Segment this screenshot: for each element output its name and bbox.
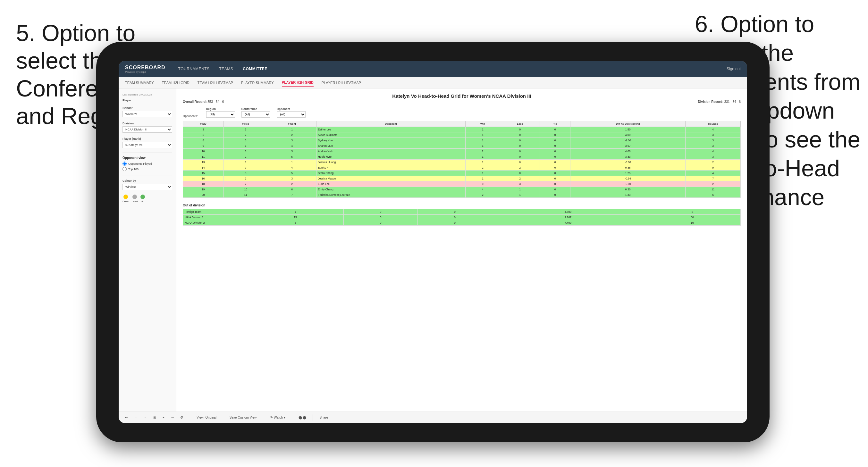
table-row: 15 8 5 Stella Cheng 1 0 0 1.25 4	[183, 170, 741, 176]
table-row: 16 2 3 Jessica Mason 1 2 0 -0.94 7	[183, 176, 741, 181]
table-row: 20 11 7 Federica Domecq Lacroze 2 1 0 1.…	[183, 192, 741, 198]
out-division-body: Foreign Team 1 0 0 4.500 2 NAIA Division…	[183, 209, 741, 226]
records-row: Overall Record: 353 - 34 - 6 Division Re…	[183, 100, 741, 103]
legend-dot-up	[141, 194, 145, 199]
radio-opponents-played[interactable]: Opponents Played	[123, 161, 172, 166]
th-div: # Div	[183, 121, 224, 127]
opponent-view-section: Opponent view Opponents Played Top 100	[123, 156, 172, 171]
division-section: Division NCAA Division III	[123, 122, 172, 133]
radio-opponents-played-input[interactable]	[123, 161, 127, 166]
th-opponent: Opponent	[316, 121, 466, 127]
toolbar-back[interactable]: ←	[134, 416, 137, 419]
th-rounds: Rounds	[686, 121, 741, 127]
left-panel: Last Updated: 27/03/2024 Player Gender W…	[119, 89, 176, 411]
sub-nav-team-h2h-grid[interactable]: TEAM H2H GRID	[162, 79, 189, 86]
opponent-filter-group: Opponent (All)	[277, 107, 306, 118]
filters-section: Opponents: Region (All) Conference (All)	[183, 107, 741, 118]
colour-by-select[interactable]: Win/loss	[123, 184, 172, 190]
sub-nav-player-h2h-grid[interactable]: PLAYER H2H GRID	[282, 79, 314, 87]
division-select[interactable]: NCAA Division III	[123, 126, 172, 133]
gender-select[interactable]: Women's	[123, 111, 172, 117]
nav-teams[interactable]: TEAMS	[219, 65, 234, 73]
legend-label-level: Level	[131, 200, 137, 203]
table-row: 3 3 1 Esther Lee 1 0 0 1.50 4	[183, 127, 741, 132]
gender-section: Gender Women's	[123, 106, 172, 117]
region-filter-select[interactable]: (All)	[206, 111, 235, 118]
last-updated: Last Updated: 27/03/2024	[123, 93, 172, 96]
toolbar-save-view[interactable]: Save Custom View	[229, 416, 256, 419]
legend-label-down: Down	[123, 200, 129, 203]
toolbar-forward[interactable]: →	[144, 416, 147, 419]
toolbar-share[interactable]: Share	[319, 416, 328, 419]
radio-opponents-played-label: Opponents Played	[128, 162, 152, 165]
logo-subtitle: Powered by clippd	[125, 70, 165, 73]
division-record: Division Record: 331 - 34 - 6	[698, 100, 741, 103]
toolbar-divider-3	[263, 414, 263, 421]
table-row: 19 10 6 Emily Chang 4 1 0 0.30 11	[183, 187, 741, 192]
th-tie: Tie	[540, 121, 570, 127]
toolbar-cut[interactable]: ✂	[162, 416, 165, 419]
colour-legend: Down Level Up	[123, 194, 172, 203]
out-of-division-title: Out of division	[183, 204, 741, 207]
legend-label-up: Up	[141, 200, 144, 203]
opponent-filter-select[interactable]: (All)	[277, 111, 306, 118]
toolbar-view-original[interactable]: View: Original	[196, 416, 216, 419]
th-reg: # Reg	[223, 121, 268, 127]
opponent-view-label: Opponent view	[123, 156, 172, 160]
th-diff: Diff Av Strokes/Rnd	[570, 121, 686, 127]
radio-top-100-label: Top 100	[128, 168, 138, 171]
center-content: Katelyn Vo Head-to-Head Grid for Women's…	[176, 89, 747, 411]
sub-nav-team-summary[interactable]: TEAM SUMMARY	[125, 79, 154, 86]
table-row: 18 2 2 Euna Lee 0 3 0 -5.00 2	[183, 181, 741, 187]
tablet-device: SCOREBOARD Powered by clippd TOURNAMENTS…	[96, 42, 770, 442]
nav-sign-out[interactable]: | Sign out	[725, 67, 741, 71]
overall-record: Overall Record: 353 - 34 - 6	[183, 100, 224, 103]
toolbar-watch[interactable]: 👁 Watch ▾	[270, 416, 285, 419]
toolbar-dots[interactable]: ···	[171, 416, 174, 419]
toolbar-undo[interactable]: ↩	[125, 416, 128, 419]
out-division-row: NCAA Division 2 5 0 0 7.400 10	[183, 220, 741, 226]
toolbar-divider-2	[223, 414, 223, 421]
th-win: Win	[466, 121, 500, 127]
table-row: 13 1 1 Jessica Huang 1 0 0 -3.00 2	[183, 160, 741, 165]
opponent-filter-label: Opponent	[277, 107, 306, 111]
toolbar-grid[interactable]: ⊞	[153, 416, 156, 419]
player-rank-label: Player (Rank)	[123, 137, 172, 141]
toolbar-timer[interactable]: ⏱	[180, 416, 183, 419]
gender-label: Gender	[123, 106, 172, 110]
conference-filter-select[interactable]: (All)	[242, 111, 270, 118]
th-loss: Loss	[500, 121, 540, 127]
player-label: Player	[123, 99, 172, 102]
conference-filter-group: Conference (All)	[242, 107, 270, 118]
radio-top-100[interactable]: Top 100	[123, 167, 172, 171]
top-nav: SCOREBOARD Powered by clippd TOURNAMENTS…	[119, 61, 747, 77]
out-of-division-table-container: Foreign Team 1 0 0 4.500 2 NAIA Division…	[183, 209, 741, 226]
radio-group: Opponents Played Top 100	[123, 161, 172, 171]
table-body: 3 3 1 Esther Lee 1 0 0 1.50 4 5 2 2 Alex…	[183, 127, 741, 198]
nav-tournaments[interactable]: TOURNAMENTS	[178, 65, 210, 73]
bottom-toolbar: ↩ ← → ⊞ ✂ ··· ⏱ View: Original Save Cust…	[119, 411, 747, 423]
panel-divider-1	[123, 153, 172, 153]
sub-nav-player-summary[interactable]: PLAYER SUMMARY	[241, 79, 274, 86]
sub-nav-player-h2h-heatmap[interactable]: PLAYER H2H HEATMAP	[321, 79, 361, 86]
nav-items: TOURNAMENTS TEAMS COMMITTEE	[178, 65, 725, 73]
player-rank-select[interactable]: 6. Katelyn Vo	[123, 142, 172, 148]
out-division-table: Foreign Team 1 0 0 4.500 2 NAIA Division…	[183, 209, 741, 226]
out-division-row: Foreign Team 1 0 0 4.500 2	[183, 209, 741, 215]
sub-nav-team-h2h-heatmap[interactable]: TEAM H2H HEATMAP	[197, 79, 233, 86]
colour-by-section: Colour by Win/loss	[123, 179, 172, 190]
sub-nav: TEAM SUMMARY TEAM H2H GRID TEAM H2H HEAT…	[119, 77, 747, 89]
nav-committee[interactable]: COMMITTEE	[243, 65, 268, 73]
toolbar-divider-4	[292, 414, 292, 421]
main-table-container: # Div # Reg # Conf Opponent Win Loss Tie…	[183, 121, 741, 198]
main-content: Last Updated: 27/03/2024 Player Gender W…	[119, 89, 747, 411]
logo-title: SCOREBOARD	[125, 65, 165, 70]
table-row: 11 2 5 Heejo Hyun 1 0 0 3.33 3	[183, 154, 741, 160]
th-conf: # Conf	[268, 121, 316, 127]
table-row: 9 1 4 Sharon Mun 1 0 0 3.67 3	[183, 143, 741, 149]
conference-filter-label: Conference	[242, 107, 270, 111]
player-h2h-table: # Div # Reg # Conf Opponent Win Loss Tie…	[183, 121, 741, 198]
toolbar-share-icon[interactable]: ⬤ ⬤	[299, 416, 307, 419]
legend-dot-down	[123, 194, 128, 199]
radio-top-100-input[interactable]	[123, 167, 127, 171]
